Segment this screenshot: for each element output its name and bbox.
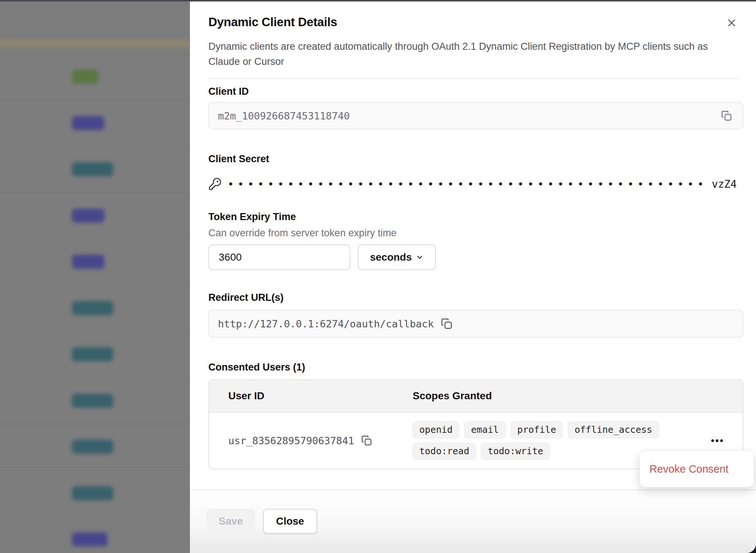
dialog-footer: Save Close bbox=[190, 490, 756, 553]
scope-chip: profile bbox=[511, 421, 563, 438]
close-icon bbox=[726, 17, 738, 29]
column-header-scopes: Scopes Granted bbox=[413, 390, 492, 402]
dialog-title: Dynamic Client Details bbox=[208, 15, 337, 29]
blurred-badge bbox=[72, 440, 113, 454]
redirect-urls-label: Redirect URL(s) bbox=[208, 292, 743, 304]
blurred-badge bbox=[72, 162, 113, 176]
blurred-badge bbox=[72, 209, 104, 223]
blurred-table-row bbox=[0, 285, 190, 331]
save-button[interactable]: Save bbox=[207, 509, 255, 534]
column-header-user-id: User ID bbox=[209, 390, 413, 402]
client-secret-suffix: vzZ4 bbox=[712, 178, 736, 190]
row-context-menu: Revoke Consent bbox=[639, 451, 754, 487]
close-dialog-button[interactable] bbox=[724, 15, 739, 30]
copy-redirect-url-button[interactable] bbox=[439, 316, 454, 331]
client-id-value: m2m_100926687453118740 bbox=[218, 110, 350, 122]
blurred-badge bbox=[72, 532, 107, 546]
dialog-body: Client ID m2m_100926687453118740 Client … bbox=[190, 79, 756, 469]
revoke-consent-menu-item[interactable]: Revoke Consent bbox=[649, 463, 728, 475]
blurred-table-row bbox=[0, 516, 190, 553]
scope-chip: todo:read bbox=[413, 443, 476, 460]
blurred-badge bbox=[72, 70, 98, 84]
chevron-down-icon bbox=[416, 253, 424, 261]
scope-chip: email bbox=[464, 421, 505, 438]
close-button[interactable]: Close bbox=[263, 509, 317, 534]
dialog-description: Dynamic clients are created automaticall… bbox=[208, 39, 740, 69]
copy-icon bbox=[721, 110, 732, 122]
ellipsis-icon: ••• bbox=[711, 435, 724, 446]
background-table bbox=[0, 53, 190, 553]
table-header: User ID Scopes Granted bbox=[209, 380, 743, 413]
blurred-table-row bbox=[0, 192, 190, 239]
copy-icon bbox=[361, 435, 372, 446]
token-expiry-hint: Can override from server token expiry ti… bbox=[208, 227, 743, 239]
blurred-table-row bbox=[0, 424, 190, 470]
blurred-badge bbox=[72, 394, 113, 408]
client-id-field: m2m_100926687453118740 bbox=[208, 102, 743, 129]
blurred-badge bbox=[72, 347, 113, 361]
dynamic-client-details-dialog: Dynamic Client Details Dynamic clients a… bbox=[190, 1, 756, 553]
blurred-table-row bbox=[0, 239, 190, 285]
copy-client-id-button[interactable] bbox=[719, 108, 734, 123]
blurred-table-row bbox=[0, 378, 190, 424]
dialog-header: Dynamic Client Details Dynamic clients a… bbox=[190, 1, 756, 79]
redirect-url-value: http://127.0.0.1:6274/oauth/callback bbox=[218, 318, 434, 330]
client-id-label: Client ID bbox=[208, 86, 743, 98]
token-expiry-input[interactable] bbox=[208, 244, 350, 270]
key-icon bbox=[208, 177, 222, 191]
token-expiry-label: Token Expiry Time bbox=[208, 211, 743, 223]
blurred-table-row bbox=[0, 146, 190, 192]
token-expiry-unit-select[interactable]: seconds bbox=[358, 244, 436, 270]
client-secret-row: ••••••••••••••••••••••••••••••••••••••••… bbox=[208, 176, 743, 192]
scope-chip: openid bbox=[413, 421, 459, 438]
scope-chip: todo:write bbox=[481, 443, 550, 460]
blurred-badge bbox=[72, 301, 113, 315]
consented-users-label: Consented Users (1) bbox=[208, 361, 743, 373]
scope-chip: offline_access bbox=[568, 421, 659, 438]
redirect-url-field: http://127.0.0.1:6274/oauth/callback bbox=[208, 310, 743, 338]
row-menu-button[interactable]: ••• bbox=[711, 436, 724, 445]
browser-top-strip bbox=[0, 0, 756, 1]
blurred-banner bbox=[0, 39, 190, 48]
blurred-table-row bbox=[0, 470, 190, 517]
blurred-table-row bbox=[0, 53, 190, 100]
modal-backdrop[interactable] bbox=[0, 1, 190, 553]
copy-icon bbox=[440, 317, 453, 330]
blurred-table-row bbox=[0, 331, 190, 378]
blurred-badge bbox=[72, 486, 113, 500]
blurred-badge bbox=[72, 116, 104, 130]
client-secret-masked-value: ••••••••••••••••••••••••••••••••••••••••… bbox=[228, 179, 707, 189]
blurred-badge bbox=[72, 255, 104, 269]
client-secret-label: Client Secret bbox=[208, 153, 743, 165]
copy-user-id-button[interactable] bbox=[359, 433, 374, 448]
token-expiry-unit-value: seconds bbox=[370, 251, 412, 263]
blurred-table-row bbox=[0, 100, 190, 146]
user-id-value: usr_83562895790637841 bbox=[228, 435, 354, 446]
